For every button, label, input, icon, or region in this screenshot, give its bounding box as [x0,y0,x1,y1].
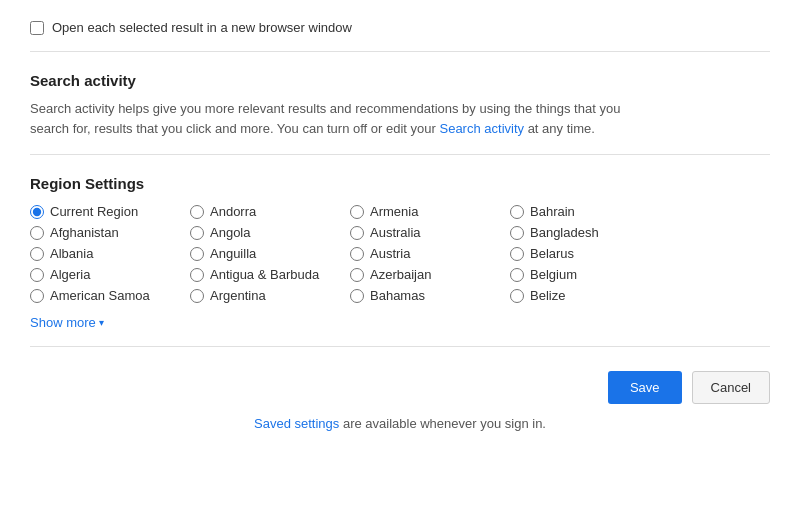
region-label-argentina: Argentina [210,288,266,303]
region-item-andorra[interactable]: Andorra [190,204,340,219]
region-radio-albania[interactable] [30,247,44,261]
region-label-bahrain: Bahrain [530,204,575,219]
region-radio-australia[interactable] [350,226,364,240]
chevron-down-icon: ▾ [99,317,104,328]
region-item-anguilla[interactable]: Anguilla [190,246,340,261]
search-activity-title: Search activity [30,72,770,89]
region-settings-title: Region Settings [30,175,770,192]
region-radio-austria[interactable] [350,247,364,261]
save-button[interactable]: Save [608,371,682,404]
region-item-armenia[interactable]: Armenia [350,204,500,219]
region-label-andorra: Andorra [210,204,256,219]
open-new-window-label[interactable]: Open each selected result in a new brows… [30,20,770,35]
region-item-bahamas[interactable]: Bahamas [350,288,500,303]
show-more-link[interactable]: Show more ▾ [30,315,104,330]
region-label-angola: Angola [210,225,250,240]
region-grid: Current Region Andorra Armenia Bahrain A… [30,204,770,303]
region-item-current[interactable]: Current Region [30,204,180,219]
region-label-algeria: Algeria [50,267,90,282]
region-label-anguilla: Anguilla [210,246,256,261]
region-item-belgium[interactable]: Belgium [510,267,660,282]
region-radio-belize[interactable] [510,289,524,303]
region-item-angola[interactable]: Angola [190,225,340,240]
region-item-algeria[interactable]: Algeria [30,267,180,282]
region-label-belgium: Belgium [530,267,577,282]
open-new-window-text: Open each selected result in a new brows… [52,20,352,35]
region-item-bangladesh[interactable]: Bangladesh [510,225,660,240]
region-radio-bahrain[interactable] [510,205,524,219]
region-label-antigua: Antigua & Barbuda [210,267,319,282]
region-item-american-samoa[interactable]: American Samoa [30,288,180,303]
region-item-belarus[interactable]: Belarus [510,246,660,261]
region-label-belize: Belize [530,288,565,303]
region-radio-anguilla[interactable] [190,247,204,261]
region-label-australia: Australia [370,225,421,240]
search-activity-link[interactable]: Search activity [439,121,524,136]
region-item-bahrain[interactable]: Bahrain [510,204,660,219]
region-radio-american-samoa[interactable] [30,289,44,303]
saved-note-text: are available whenever you sign in. [339,416,546,431]
show-more-label: Show more [30,315,96,330]
region-item-australia[interactable]: Australia [350,225,500,240]
region-label-belarus: Belarus [530,246,574,261]
open-new-window-checkbox[interactable] [30,21,44,35]
search-activity-section: Search activity Search activity helps gi… [30,52,770,155]
region-radio-angola[interactable] [190,226,204,240]
footer-actions: Save Cancel Saved settings are available… [30,347,770,443]
region-item-antigua[interactable]: Antigua & Barbuda [190,267,340,282]
region-radio-belgium[interactable] [510,268,524,282]
saved-settings-link[interactable]: Saved settings [254,416,339,431]
button-row: Save Cancel [608,371,770,404]
region-label-albania: Albania [50,246,93,261]
region-radio-belarus[interactable] [510,247,524,261]
region-label-armenia: Armenia [370,204,418,219]
region-radio-algeria[interactable] [30,268,44,282]
region-radio-bahamas[interactable] [350,289,364,303]
region-label-bahamas: Bahamas [370,288,425,303]
region-label-current: Current Region [50,204,138,219]
region-radio-bangladesh[interactable] [510,226,524,240]
region-radio-afghanistan[interactable] [30,226,44,240]
region-item-argentina[interactable]: Argentina [190,288,340,303]
region-radio-antigua[interactable] [190,268,204,282]
region-radio-azerbaijan[interactable] [350,268,364,282]
region-label-afghanistan: Afghanistan [50,225,119,240]
region-label-bangladesh: Bangladesh [530,225,599,240]
region-radio-current[interactable] [30,205,44,219]
region-item-albania[interactable]: Albania [30,246,180,261]
region-settings-section: Region Settings Current Region Andorra A… [30,155,770,347]
region-label-american-samoa: American Samoa [50,288,150,303]
region-label-azerbaijan: Azerbaijan [370,267,431,282]
region-item-austria[interactable]: Austria [350,246,500,261]
region-item-belize[interactable]: Belize [510,288,660,303]
region-radio-andorra[interactable] [190,205,204,219]
region-item-azerbaijan[interactable]: Azerbaijan [350,267,500,282]
open-new-window-section: Open each selected result in a new brows… [30,20,770,52]
region-radio-armenia[interactable] [350,205,364,219]
region-label-austria: Austria [370,246,410,261]
saved-note: Saved settings are available whenever yo… [30,416,770,431]
cancel-button[interactable]: Cancel [692,371,770,404]
region-radio-argentina[interactable] [190,289,204,303]
search-activity-description: Search activity helps give you more rele… [30,99,630,138]
description-text-after: at any time. [524,121,595,136]
region-item-afghanistan[interactable]: Afghanistan [30,225,180,240]
